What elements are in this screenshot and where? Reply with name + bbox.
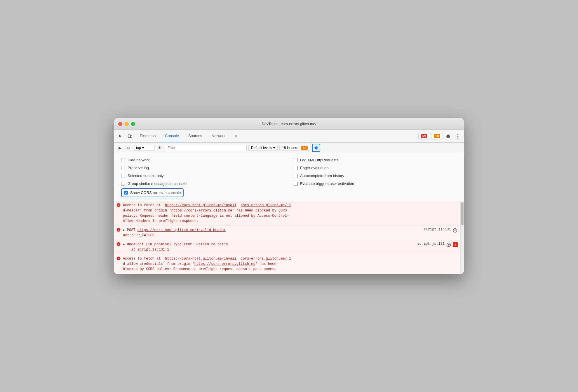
execute-icon[interactable]: ▶ [116,144,123,151]
traffic-lights [118,122,135,126]
evaluate-triggers-checkbox[interactable] [294,182,298,186]
entry-3-actions: script.js:131 ✕ [417,242,458,248]
svg-text:✕: ✕ [118,204,119,207]
svg-rect-0 [128,135,130,138]
svg-text:✕: ✕ [118,243,119,246]
title-bar: DevTools - cors-errors.glitch.me/ [114,118,464,130]
log-xml-option[interactable]: Log XMLHttpRequests [294,157,457,163]
context-selector[interactable]: top ▾ [134,145,154,151]
entry-3-source[interactable]: script.js:131 [417,242,445,246]
warning-badge: 18 [434,134,440,138]
toolbar-icons: 53 18 ⋮ [418,132,462,140]
error-badge: 53 [421,134,427,138]
console-entry-3: ✕ ▶ Uncaught (in promise) TypeError: Fai… [114,240,460,254]
live-expressions-icon[interactable]: 👁 [156,144,163,151]
scrollbar[interactable] [460,201,464,274]
entry-4-link3[interactable]: https://cors-errors.glitch.me [194,262,255,266]
maximize-button[interactable] [131,122,135,126]
console-secondary-toolbar: ▶ ⊘ top ▾ 👁 Default levels ▾ 18 Issues: … [114,143,464,153]
eager-eval-checkbox[interactable] [294,166,298,170]
tab-more[interactable]: » [230,130,241,142]
tab-bar: Elements Console Sources Network » [135,130,417,142]
error-icon-3: ✕ [116,242,121,247]
entry-2-source[interactable]: script.js:131 [424,228,451,232]
tab-sources[interactable]: Sources [184,130,207,142]
entry-3-upload-icon[interactable] [446,242,452,248]
tab-console[interactable]: Console [160,130,184,142]
error-count-button[interactable]: 53 [418,133,430,139]
console-entry-1: ✕ Access to fetch at 'https://cors-host.… [114,201,460,226]
evaluate-triggers-option[interactable]: Evaluate triggers user activation [294,180,457,187]
preserve-log-option[interactable]: Preserve log [121,164,284,171]
error-icon-2: ✕ [116,228,121,233]
show-cors-option-highlighted[interactable]: Show CORS errors in console [121,188,184,197]
group-similar-checkbox[interactable] [121,182,125,186]
more-options-icon[interactable]: ⋮ [453,132,462,140]
log-levels-dropdown[interactable]: Default levels ▾ [248,145,278,151]
devtools-window: DevTools - cors-errors.glitch.me/ Elemen… [114,118,464,274]
entry-1-link2[interactable]: cors-errors.glitch.me/:1 [241,203,291,207]
svg-text:✕: ✕ [118,257,119,260]
issues-count-badge: 18 [301,146,308,150]
entry-4-content: Access to fetch at 'https://cors-host.gl… [123,256,458,272]
autocomplete-checkbox[interactable] [294,174,298,178]
eager-eval-option[interactable]: Eager evaluation [294,164,457,171]
svg-rect-1 [131,135,132,137]
console-entry-2: ✕ ▶ POST https://cors-host.glitch.me/inv… [114,226,460,240]
settings-panel: Hide network Preserve log Selected conte… [114,153,464,201]
settings-col2: Log XMLHttpRequests Eager evaluation Aut… [294,157,457,197]
console-output: ✕ Access to fetch at 'https://cors-host.… [114,201,460,274]
console-output-area: ✕ Access to fetch at 'https://cors-host.… [114,201,464,274]
close-button[interactable] [118,122,122,126]
entry-2-actions: script.js:131 [424,228,458,233]
issues-button[interactable]: 18 Issues: 18 [279,145,310,151]
log-xml-checkbox[interactable] [294,158,298,162]
autocomplete-option[interactable]: Autocomplete from history [294,172,457,179]
group-similar-option[interactable]: Group similar messages in console [121,180,284,187]
preserve-log-checkbox[interactable] [121,166,125,170]
entry-1-content: Access to fetch at 'https://cors-host.gl… [123,203,458,224]
entry-3-link[interactable]: script.js:131:1 [137,248,169,252]
error-icon-1: ✕ [116,203,121,208]
console-entry-4: ✕ Access to fetch at 'https://cors-host.… [114,254,460,274]
window-title: DevTools - cors-errors.glitch.me/ [262,122,316,126]
entry-1-link3[interactable]: https://cors-errors.glitch.me [171,209,232,213]
select-tool-icon[interactable] [116,132,125,140]
filter-input[interactable] [165,145,247,151]
error-icon-4: ✕ [116,256,121,262]
hide-network-checkbox[interactable] [121,158,125,162]
entry-2-upload-icon[interactable] [452,228,458,233]
minimize-button[interactable] [125,122,129,126]
entry-3-dismiss-icon[interactable]: ✕ [453,242,458,247]
warning-count-button[interactable]: 18 [431,133,443,139]
console-settings-button[interactable] [312,144,320,152]
tab-elements[interactable]: Elements [135,130,160,142]
settings-col1: Hide network Preserve log Selected conte… [121,157,284,197]
entry-4-link1[interactable]: https://cors-host.glitch.me/invali [165,257,236,261]
entry-2-content: ▶ POST https://cors-host.glitch.me/inval… [123,228,421,238]
entry-2-link[interactable]: https://cors-host.glitch.me/invalid-head… [137,228,226,232]
hide-network-option[interactable]: Hide network [121,157,284,163]
clear-console-icon[interactable]: ⊘ [125,144,132,151]
device-toggle-icon[interactable] [126,132,134,140]
selected-context-checkbox[interactable] [121,174,125,178]
main-toolbar: Elements Console Sources Network » 53 18 [114,130,464,143]
tab-network[interactable]: Network [207,130,230,142]
entry-1-link1[interactable]: https://cors-host.glitch.me/invali [165,203,236,207]
entry-4-link2[interactable]: cors-errors.glitch.me/:1 [241,257,291,261]
triangle-3[interactable]: ▶ [123,243,125,246]
entry-3-content: ▶ Uncaught (in promise) TypeError: Faile… [123,242,415,252]
triangle-2[interactable]: ▶ [123,228,125,232]
scrollbar-thumb[interactable] [461,202,464,225]
show-cors-checkbox[interactable] [124,191,128,195]
settings-icon[interactable] [444,132,452,140]
selected-context-option[interactable]: Selected context only [121,172,284,179]
svg-text:✕: ✕ [118,229,119,232]
